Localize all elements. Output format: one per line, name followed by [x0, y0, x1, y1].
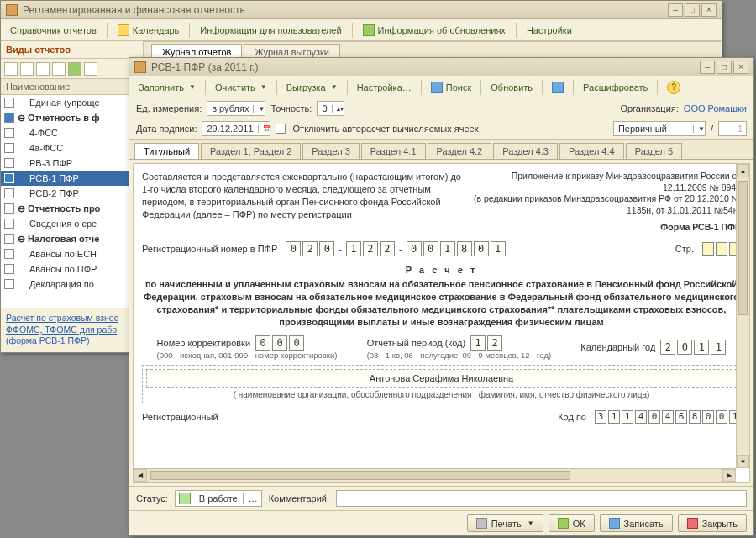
tree-checkbox[interactable] — [4, 173, 14, 183]
footer-buttons: Печать▼ ОК Записать Закрыть — [129, 510, 753, 535]
tree-checkbox[interactable] — [4, 264, 14, 274]
expand-button[interactable] — [546, 78, 570, 97]
calendar-icon — [118, 24, 129, 36]
tree-label: Налоговая отче — [28, 234, 99, 244]
tool-icon-3[interactable] — [36, 62, 50, 76]
update-info-button[interactable]: Информация об обновлениях — [357, 21, 512, 40]
seq-number-field[interactable]: 1 — [718, 121, 747, 136]
tree-checkbox[interactable] — [4, 128, 14, 138]
calendar-dropdown-icon: 📅 — [258, 125, 270, 133]
parent-maximize-button[interactable]: □ — [685, 3, 700, 17]
child-maximize-button[interactable]: □ — [717, 61, 732, 74]
tree-checkbox[interactable] — [4, 203, 14, 214]
child-close-button[interactable]: × — [733, 61, 748, 74]
reference-button[interactable]: Справочник отчетов — [4, 22, 102, 39]
unit-combo[interactable]: в рублях▼ — [207, 101, 265, 116]
tree-row[interactable]: 4-ФСС — [1, 125, 143, 140]
save-button[interactable]: Записать — [600, 514, 673, 532]
tree-row[interactable]: Единая (упроще — [1, 95, 143, 110]
tree-checkbox[interactable] — [4, 113, 14, 123]
tree-row[interactable]: РСВ-2 ПФР — [1, 186, 143, 201]
section-tab[interactable]: Раздел 5 — [626, 143, 683, 159]
vertical-scrollbar[interactable]: ▲▼ — [736, 164, 749, 468]
slash-label: / — [711, 124, 713, 134]
legal-reference: Приложение к приказу Минздравсоцразвития… — [469, 171, 741, 233]
code-boxes[interactable]: 31140468001 — [595, 410, 741, 424]
fio-hint: ( наименование организации, обособленног… — [146, 390, 737, 399]
correction-boxes[interactable]: 000 — [255, 335, 304, 351]
clear-button[interactable]: Очистить▼ — [209, 79, 273, 96]
tool-icon-2[interactable] — [20, 62, 34, 76]
child-title: РСВ-1 ПФР (за 2011 г.) — [151, 61, 700, 73]
parent-close-button[interactable]: × — [701, 3, 717, 17]
correction-label: Номер корректировки — [157, 338, 250, 348]
comment-field[interactable] — [336, 490, 747, 507]
child-minimize-button[interactable]: – — [700, 61, 715, 74]
decrypt-button[interactable]: Расшифровать — [577, 79, 654, 96]
tool-icon-4[interactable] — [52, 62, 66, 76]
settings-button[interactable]: Настройки — [521, 22, 578, 39]
section-tab[interactable]: Раздел 1, Раздел 2 — [201, 143, 301, 159]
tool-refresh-icon[interactable] — [68, 62, 81, 76]
fio-field[interactable]: Антонова Серафима Николаевна — [146, 369, 737, 388]
calendar-button[interactable]: Календарь — [112, 21, 186, 40]
tree-row[interactable]: РСВ-1 ПФР — [1, 171, 143, 186]
status-field[interactable]: В работе … — [175, 490, 262, 507]
tree-label: Авансы по ПФР — [29, 264, 97, 274]
tree-row[interactable]: ⊖Отчетность про — [1, 201, 143, 216]
date-field[interactable]: 29.12.2011📅 — [202, 121, 270, 136]
tree-row[interactable]: Авансы по ПФР — [1, 261, 143, 277]
fill-button[interactable]: Заполнить▼ — [133, 79, 202, 96]
help-button[interactable]: ? — [661, 77, 686, 98]
tree-checkbox[interactable] — [4, 234, 14, 244]
tree-checkbox[interactable] — [4, 158, 14, 168]
parent-app-icon — [6, 4, 18, 16]
section-tab[interactable]: Титульный — [134, 143, 199, 159]
export-button[interactable]: Выгрузка▼ — [281, 79, 344, 96]
config-button[interactable]: Настройка… — [351, 79, 417, 96]
tree-row[interactable]: ⊖Налоговая отче — [1, 231, 143, 246]
tree-checkbox[interactable] — [4, 279, 14, 289]
report-description-link[interactable]: Расчет по страховым взносФФОМС, ТФОМС дл… — [1, 308, 143, 352]
tree-label: 4-ФСС — [29, 128, 58, 138]
org-link[interactable]: ООО Ромашки — [684, 103, 747, 113]
close-button[interactable]: Закрыть — [678, 514, 747, 532]
tree-checkbox[interactable] — [4, 219, 14, 229]
ok-button[interactable]: ОК — [549, 514, 595, 532]
tree-row[interactable]: 4а-ФСС — [1, 140, 143, 156]
section-tab[interactable]: Раздел 4.3 — [493, 143, 558, 159]
kind-combo[interactable]: Первичный▼ — [613, 121, 706, 136]
year-boxes[interactable]: 2011 — [660, 340, 726, 355]
tree-row[interactable]: Сведения о сре — [1, 216, 143, 231]
ok-icon — [558, 518, 569, 529]
horizontal-scrollbar[interactable]: ◀▶ — [134, 468, 736, 482]
auto-off-checkbox[interactable] — [276, 124, 286, 134]
tool-icon-6[interactable] — [84, 62, 97, 76]
tool-icon-1[interactable] — [4, 62, 18, 76]
tree-row[interactable]: Авансы по ЕСН — [1, 246, 143, 261]
period-boxes[interactable]: 12 — [470, 335, 502, 351]
parent-minimize-button[interactable]: – — [668, 3, 683, 17]
precision-spinner[interactable]: 0▴▾ — [317, 101, 344, 116]
reg-number-boxes[interactable]: 020-122-001801 — [286, 241, 505, 256]
tree-label: Отчетность в ф — [28, 113, 100, 123]
tree-row[interactable]: Декларация по — [1, 277, 143, 292]
tree-checkbox[interactable] — [4, 98, 14, 108]
tree-checkbox[interactable] — [4, 249, 14, 259]
save-icon — [609, 518, 620, 529]
tree-row[interactable]: РВ-3 ПФР — [1, 156, 143, 171]
section-tab[interactable]: Раздел 4.2 — [428, 143, 492, 159]
section-tab[interactable]: Раздел 3 — [302, 143, 360, 159]
tree-checkbox[interactable] — [4, 143, 14, 153]
printer-icon — [476, 518, 487, 529]
section-tab[interactable]: Раздел 4.1 — [361, 143, 426, 159]
search-button[interactable]: Поиск — [425, 78, 477, 97]
refresh-button[interactable]: Обновить — [485, 79, 538, 96]
section-tab[interactable]: Раздел 4.4 — [559, 143, 624, 159]
tree-row[interactable]: ⊖Отчетность в ф — [1, 110, 143, 125]
tree-checkbox[interactable] — [4, 188, 14, 198]
print-button[interactable]: Печать▼ — [467, 514, 543, 532]
user-info-button[interactable]: Информация для пользователей — [194, 22, 347, 39]
search-icon — [431, 82, 443, 93]
report-tree[interactable]: Единая (упроще⊖Отчетность в ф4-ФСС4а-ФСС… — [1, 95, 143, 308]
